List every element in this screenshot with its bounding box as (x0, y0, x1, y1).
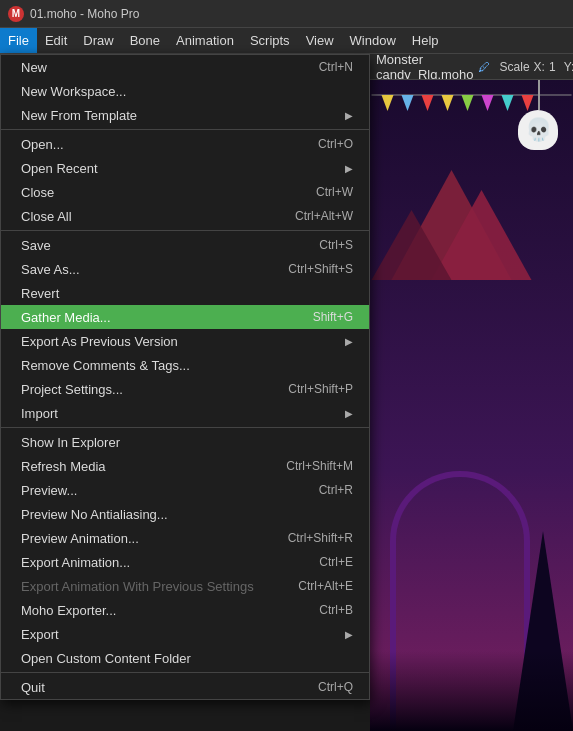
dropdown-label-close: Close (21, 185, 286, 200)
dropdown-label-revert: Revert (21, 286, 353, 301)
menu-item-help[interactable]: Help (404, 28, 447, 53)
menu-item-bone[interactable]: Bone (122, 28, 168, 53)
dropdown-label-moho-exporter: Moho Exporter... (21, 603, 289, 618)
menu-bar: FileEditDrawBoneAnimationScriptsViewWind… (0, 28, 573, 54)
separator-sep4 (1, 672, 369, 673)
dropdown-item-open-recent[interactable]: Open Recent▶ (1, 156, 369, 180)
submenu-arrow-export-as-previous: ▶ (345, 336, 353, 347)
canvas-background: 💀 (370, 80, 573, 731)
shortcut-save-as: Ctrl+Shift+S (288, 262, 353, 276)
x-value: 1 (549, 60, 556, 74)
mountain-decoration (370, 120, 573, 280)
dropdown-item-moho-exporter[interactable]: Moho Exporter...Ctrl+B (1, 598, 369, 622)
dropdown-label-close-all: Close All (21, 209, 265, 224)
dropdown-item-new-workspace[interactable]: New Workspace... (1, 79, 369, 103)
dropdown-label-open: Open... (21, 137, 288, 152)
dropdown-label-open-custom-content: Open Custom Content Folder (21, 651, 353, 666)
dropdown-item-preview-no-antialiasing[interactable]: Preview No Antialiasing... (1, 502, 369, 526)
menu-item-window[interactable]: Window (342, 28, 404, 53)
separator-sep1 (1, 129, 369, 130)
menu-item-draw[interactable]: Draw (75, 28, 121, 53)
submenu-arrow-import: ▶ (345, 408, 353, 419)
menu-item-file[interactable]: File (0, 28, 37, 53)
dropdown-label-export: Export (21, 627, 341, 642)
dropdown-label-save-as: Save As... (21, 262, 258, 277)
dropdown-item-new-from-template[interactable]: New From Template▶ (1, 103, 369, 127)
dropdown-item-gather-media[interactable]: Gather Media...Shift+G (1, 305, 369, 329)
dropdown-label-export-as-previous: Export As Previous Version (21, 334, 341, 349)
shortcut-quit: Ctrl+Q (318, 680, 353, 694)
x-label: X: (534, 60, 545, 74)
submenu-arrow-export: ▶ (345, 629, 353, 640)
svg-marker-8 (522, 95, 534, 111)
submenu-arrow-new-from-template: ▶ (345, 110, 353, 121)
hanging-rope (538, 80, 540, 110)
dropdown-item-revert[interactable]: Revert (1, 281, 369, 305)
shortcut-refresh-media: Ctrl+Shift+M (286, 459, 353, 473)
dropdown-label-new-workspace: New Workspace... (21, 84, 353, 99)
dropdown-item-preview-animation[interactable]: Preview Animation...Ctrl+Shift+R (1, 526, 369, 550)
dropdown-label-preview-no-antialiasing: Preview No Antialiasing... (21, 507, 353, 522)
shortcut-export-animation: Ctrl+E (319, 555, 353, 569)
dropdown-label-refresh-media: Refresh Media (21, 459, 256, 474)
dropdown-label-open-recent: Open Recent (21, 161, 341, 176)
dropdown-item-import[interactable]: Import▶ (1, 401, 369, 425)
dropdown-label-export-anim-previous: Export Animation With Previous Settings (21, 579, 268, 594)
shortcut-preview-animation: Ctrl+Shift+R (288, 531, 353, 545)
shortcut-preview: Ctrl+R (319, 483, 353, 497)
dropdown-label-gather-media: Gather Media... (21, 310, 283, 325)
title-text: 01.moho - Moho Pro (30, 7, 139, 21)
menu-item-animation[interactable]: Animation (168, 28, 242, 53)
dropdown-item-open[interactable]: Open...Ctrl+O (1, 132, 369, 156)
dropdown-label-preview: Preview... (21, 483, 289, 498)
svg-marker-1 (382, 95, 394, 111)
dropdown-item-remove-comments[interactable]: Remove Comments & Tags... (1, 353, 369, 377)
menu-item-view[interactable]: View (298, 28, 342, 53)
dropdown-item-new[interactable]: NewCtrl+N (1, 55, 369, 79)
dropdown-label-new-from-template: New From Template (21, 108, 341, 123)
dropdown-label-export-animation: Export Animation... (21, 555, 289, 570)
svg-marker-7 (502, 95, 514, 111)
toolbar-area: Monster candy_Rlg.moho 🖊 Scale X: 1 Y: 1… (370, 54, 573, 80)
dropdown-item-export-anim-previous: Export Animation With Previous SettingsC… (1, 574, 369, 598)
file-name: Monster candy_Rlg.moho (376, 54, 474, 80)
pin-icon: 🖊 (478, 60, 490, 74)
shortcut-close: Ctrl+W (316, 185, 353, 199)
svg-marker-4 (442, 95, 454, 111)
dropdown-item-export-animation[interactable]: Export Animation...Ctrl+E (1, 550, 369, 574)
dropdown-item-export-as-previous[interactable]: Export As Previous Version▶ (1, 329, 369, 353)
dropdown-item-save-as[interactable]: Save As...Ctrl+Shift+S (1, 257, 369, 281)
dropdown-label-save: Save (21, 238, 289, 253)
canvas-area: 💀 (370, 80, 573, 731)
shortcut-project-settings: Ctrl+Shift+P (288, 382, 353, 396)
dropdown-item-open-custom-content[interactable]: Open Custom Content Folder (1, 646, 369, 670)
dropdown-label-preview-animation: Preview Animation... (21, 531, 258, 546)
dropdown-item-save[interactable]: SaveCtrl+S (1, 233, 369, 257)
dropdown-item-close[interactable]: CloseCtrl+W (1, 180, 369, 204)
svg-marker-5 (462, 95, 474, 111)
svg-marker-3 (422, 95, 434, 111)
svg-marker-6 (482, 95, 494, 111)
dropdown-item-refresh-media[interactable]: Refresh MediaCtrl+Shift+M (1, 454, 369, 478)
dropdown-label-new: New (21, 60, 289, 75)
dropdown-item-show-in-explorer[interactable]: Show In Explorer (1, 430, 369, 454)
dropdown-item-quit[interactable]: QuitCtrl+Q (1, 675, 369, 699)
dropdown-label-show-in-explorer: Show In Explorer (21, 435, 353, 450)
shortcut-export-anim-previous: Ctrl+Alt+E (298, 579, 353, 593)
submenu-arrow-open-recent: ▶ (345, 163, 353, 174)
dropdown-item-export[interactable]: Export▶ (1, 622, 369, 646)
menu-item-edit[interactable]: Edit (37, 28, 75, 53)
shortcut-moho-exporter: Ctrl+B (319, 603, 353, 617)
separator-sep2 (1, 230, 369, 231)
bottom-gradient (370, 651, 573, 731)
svg-marker-2 (402, 95, 414, 111)
dropdown-label-import: Import (21, 406, 341, 421)
shortcut-save: Ctrl+S (319, 238, 353, 252)
dropdown-item-project-settings[interactable]: Project Settings...Ctrl+Shift+P (1, 377, 369, 401)
dropdown-item-preview[interactable]: Preview...Ctrl+R (1, 478, 369, 502)
dropdown-item-close-all[interactable]: Close AllCtrl+Alt+W (1, 204, 369, 228)
dropdown-label-project-settings: Project Settings... (21, 382, 258, 397)
menu-item-scripts[interactable]: Scripts (242, 28, 298, 53)
y-label: Y: (564, 60, 573, 74)
separator-sep3 (1, 427, 369, 428)
